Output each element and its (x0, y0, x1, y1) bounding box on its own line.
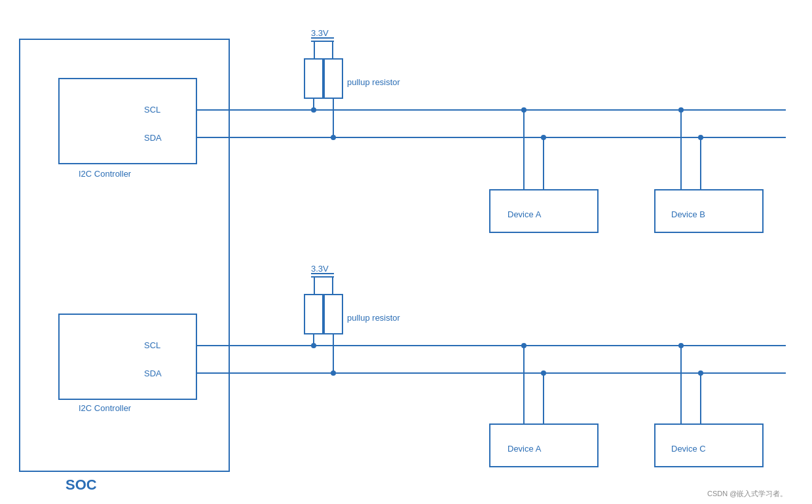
svg-point-7 (331, 135, 336, 140)
pullup-resistor-label-1: pullup resistor (347, 77, 401, 87)
svg-point-31 (698, 370, 703, 376)
svg-point-13 (678, 107, 684, 113)
svg-point-4 (311, 107, 316, 113)
device-a-1-box (490, 190, 598, 232)
sda-label-1: SDA (144, 133, 162, 143)
soc-label: SOC (65, 477, 97, 493)
diagram-container: .line { stroke: #2a6db5; stroke-width: 2… (0, 0, 812, 504)
i2c-controller-1-label: I2C Controller (79, 169, 132, 179)
device-c-label: Device C (671, 444, 706, 454)
pullup-resistor-scl-2 (304, 295, 323, 334)
svg-point-27 (541, 370, 546, 376)
device-b-label: Device B (671, 209, 705, 219)
i2c-controller-2-label: I2C Controller (79, 403, 132, 413)
svg-point-20 (311, 343, 316, 348)
svg-point-11 (541, 135, 546, 140)
scl-label-1: SCL (144, 105, 160, 115)
watermark: CSDN @嵌入式学习者。 (707, 490, 787, 497)
device-a-2-box (490, 424, 598, 467)
pullup-resistor-scl-1 (304, 59, 323, 98)
svg-point-9 (521, 107, 526, 113)
circuit-diagram: .line { stroke: #2a6db5; stroke-width: 2… (0, 0, 812, 504)
i2c-controller-2-box (59, 314, 196, 399)
scl-label-2: SCL (144, 340, 160, 350)
svg-point-29 (678, 343, 684, 348)
pullup-resistor-sda-1 (324, 59, 342, 98)
pullup-resistor-label-2: pullup resistor (347, 313, 401, 323)
sda-label-2: SDA (144, 369, 162, 378)
device-a-2-label: Device A (507, 444, 542, 454)
voltage-label-1: 3.3V (311, 28, 329, 38)
device-a-1-label: Device A (507, 209, 542, 219)
i2c-controller-1-box (59, 79, 196, 164)
pullup-resistor-sda-2 (324, 295, 342, 334)
voltage-label-2: 3.3V (311, 264, 329, 274)
svg-point-23 (331, 370, 336, 376)
svg-point-15 (698, 135, 703, 140)
svg-point-25 (521, 343, 526, 348)
